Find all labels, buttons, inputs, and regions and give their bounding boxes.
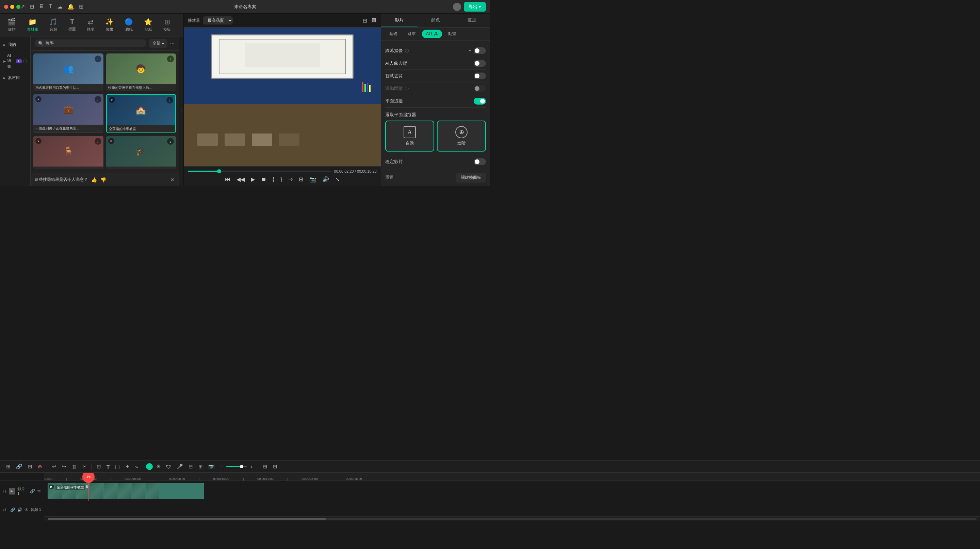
collapse-icon: ‹ — [181, 109, 182, 113]
plane-track-label: 平面追蹤 — [385, 98, 403, 104]
media-item-3[interactable]: 💼 ♥ ↓ 一位亞洲男子正在創建商業... — [33, 94, 103, 133]
monitor-icon[interactable]: 🖥 — [39, 3, 44, 10]
grid-icon[interactable]: ⊞ — [79, 3, 83, 10]
upload-icon[interactable]: ☁ — [57, 3, 63, 10]
chroma-toggle[interactable] — [474, 47, 486, 54]
tracker-auto[interactable]: A 自動 — [385, 121, 434, 152]
tab-audio[interactable]: 🎵 音頻 — [47, 16, 60, 34]
export-dropdown-icon: ▾ — [479, 4, 481, 9]
tab-color[interactable]: 顏色 — [417, 14, 454, 27]
motion-info-icon[interactable]: ⓘ — [405, 86, 409, 91]
filter-button[interactable]: 全部 ▾ — [149, 39, 167, 48]
volume-button[interactable]: 🔊 — [321, 176, 331, 183]
right-footer: 重置 關鍵帧面板 — [381, 169, 490, 186]
subtab-motion[interactable]: 動畫 — [444, 30, 460, 38]
fullscreen-button[interactable] — [16, 5, 21, 9]
smart-cutout-label: 智慧去背 — [385, 73, 403, 79]
in-point-button[interactable]: { — [271, 176, 275, 183]
close-button[interactable] — [4, 5, 8, 9]
out-point-button[interactable]: } — [279, 176, 283, 183]
tracker-advanced[interactable]: ⊕ 進階 — [437, 121, 486, 152]
tab-library[interactable]: 📁 素材庫 — [25, 16, 40, 34]
download-icon-6[interactable]: ↓ — [167, 138, 174, 145]
subtab-ai[interactable]: AI工具 — [422, 30, 442, 38]
heart-icon-4: ♥ — [108, 138, 115, 144]
media-item-5[interactable]: 🪑 ♥ ↓ — [33, 136, 103, 169]
tab-media-label: 媒體 — [8, 27, 16, 32]
download-icon[interactable]: ↓ — [95, 56, 102, 62]
display-icon[interactable]: ⊞ — [30, 3, 34, 10]
tab-sticker[interactable]: ⭐ 貼紙 — [142, 16, 154, 34]
chroma-info-icon[interactable]: ⓘ — [405, 48, 409, 53]
tab-filter[interactable]: 🔵 濾鏡 — [123, 16, 135, 34]
media-item-6[interactable]: 🎓 ♥ ↓ — [106, 136, 176, 169]
media-item-4[interactable]: 🏫 ♥ ↓ 空蕩蕩的小學教室 — [106, 94, 176, 133]
motion-track-text: 運動跟蹤 — [385, 86, 403, 92]
keyframe-button[interactable]: 關鍵帧面板 — [456, 173, 486, 182]
center-panel: 播放器 最高品質 ⊞ 🖼 — [184, 14, 381, 186]
motion-track-toggle[interactable] — [474, 85, 486, 92]
media-item[interactable]: 👥 ↓ 兩名戴著醫用口罩的學生站... — [33, 53, 103, 91]
main-layout: 🎬 媒體 📁 素材庫 🎵 音頻 T 標題 ⇄ 轉場 ✨ 效果 — [0, 14, 490, 186]
stop-button[interactable]: ⏹ — [259, 176, 268, 183]
right-tabs: 影片 顏色 速度 — [381, 14, 490, 27]
fullscreen-button[interactable]: ⤡ — [334, 176, 341, 183]
forward-button[interactable]: ⇒ — [287, 176, 294, 183]
tab-effect[interactable]: ✨ 效果 — [103, 16, 116, 34]
thumbdown-button[interactable]: 👎 — [100, 177, 106, 182]
download-icon-3[interactable]: ↓ — [95, 96, 102, 103]
current-time: 00:00:02:20 / 00:00:10:23 — [334, 169, 377, 173]
more-button[interactable]: ··· — [170, 40, 175, 47]
tab-video[interactable]: 影片 — [381, 14, 417, 27]
media-item[interactable]: 🧒 ↓ 快樂的亞洲男孩在托盤上插... — [106, 53, 176, 91]
sidebar-item-mine-label: 我的 — [8, 42, 16, 48]
snapshot-button[interactable]: 📷 — [308, 176, 318, 183]
thumbup-button[interactable]: 👍 — [91, 177, 97, 182]
plane-track-toggle[interactable] — [474, 98, 486, 105]
smart-cutout-toggle[interactable] — [474, 73, 486, 79]
download-icon-2[interactable]: ↓ — [167, 56, 174, 62]
layout-button[interactable]: ⊞ — [298, 176, 305, 183]
download-icon-5[interactable]: ↓ — [95, 138, 102, 145]
skip-back-button[interactable]: ⏮ — [224, 176, 232, 183]
heart-icon: ♥ — [35, 96, 41, 102]
quality-select[interactable]: 最高品質 — [203, 16, 233, 24]
search-input[interactable] — [46, 41, 143, 46]
progress-bar[interactable] — [188, 171, 331, 172]
subtab-mask[interactable]: 遮罩 — [404, 30, 420, 38]
tab-title[interactable]: T 標題 — [66, 17, 78, 33]
heart-icon-3: ♥ — [35, 138, 41, 144]
sidebar-item-stock[interactable]: ▶ 素材庫 — [0, 72, 30, 83]
download-icon-4[interactable]: ↓ — [166, 97, 173, 104]
step-back-button[interactable]: ◀◀ — [235, 176, 246, 183]
ai-portrait-label: AI人像去背 — [385, 60, 407, 66]
satisfaction-close-button[interactable]: ✕ — [170, 177, 175, 182]
bell-icon[interactable]: 🔔 — [67, 3, 74, 10]
grid-view-icon[interactable]: ⊞ — [363, 18, 367, 24]
sidebar-item-ai[interactable]: ▶ AI繪畫 AI ⓘ — [0, 50, 30, 72]
tab-template[interactable]: ⊞ 模板 — [161, 16, 173, 34]
play-button[interactable]: ▶ — [250, 176, 256, 183]
minimize-button[interactable] — [10, 5, 14, 9]
tab-transition[interactable]: ⇄ 轉場 — [85, 16, 96, 34]
ai-portrait-toggle[interactable] — [474, 60, 486, 67]
tab-media[interactable]: 🎬 媒體 — [5, 16, 18, 34]
subtab-basic[interactable]: 基礎 — [385, 30, 401, 38]
stabilize-label: 穩定影片 — [385, 159, 403, 165]
reset-button[interactable]: 重置 — [385, 175, 393, 180]
collapse-handle[interactable]: ‹ — [179, 37, 183, 186]
text-icon[interactable]: T — [49, 3, 52, 10]
tab-speed[interactable]: 速度 — [453, 14, 490, 27]
app-title: 未命名專案 — [234, 4, 256, 10]
tracker-advanced-label: 進階 — [457, 140, 466, 146]
export-button[interactable]: 導出 ▾ — [464, 2, 486, 11]
tab-speed-label: 速度 — [468, 18, 476, 22]
image-view-icon[interactable]: 🖼 — [371, 18, 377, 24]
right-content: 綠幕摳像 ⓘ ✦ AI人像去背 智慧去背 — [381, 40, 490, 169]
send-icon[interactable]: ↗ — [21, 3, 25, 10]
sidebar-item-mine[interactable]: ▶ 我的 — [0, 39, 30, 50]
transition-icon: ⇄ — [88, 18, 94, 26]
search-input-wrap[interactable]: 🔍 — [35, 40, 146, 47]
right-subtabs: 基礎 遮罩 AI工具 動畫 — [381, 27, 490, 40]
stabilize-toggle[interactable] — [474, 158, 486, 165]
